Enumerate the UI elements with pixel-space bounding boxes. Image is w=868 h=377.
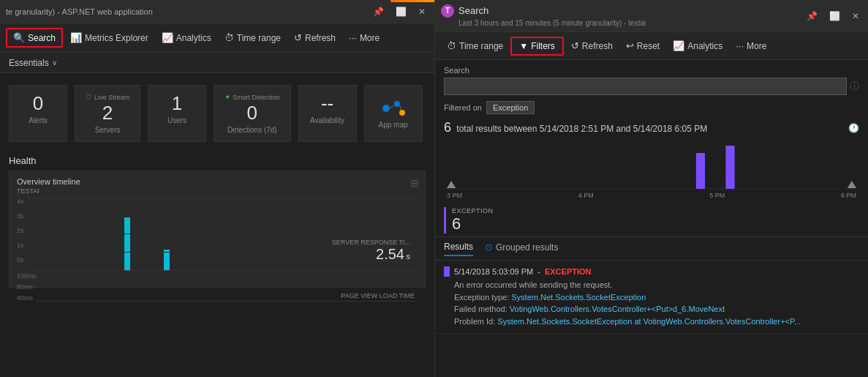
right-more-label: More bbox=[747, 41, 766, 51]
gridline-4 bbox=[27, 198, 418, 198]
filter-icon: ▼ bbox=[519, 41, 528, 51]
svg-point-0 bbox=[382, 105, 390, 112]
chart-subtitle: TESTAI bbox=[17, 187, 418, 195]
alerts-label: Alerts bbox=[20, 116, 56, 124]
left-timerange-icon: ⏱ bbox=[224, 32, 234, 43]
tab-results-label: Results bbox=[444, 242, 473, 252]
svg-point-1 bbox=[394, 101, 400, 107]
right-toolbar: ⏱ Time range ▼ Filters ↺ Refresh ↩ Reset… bbox=[435, 32, 868, 60]
availability-card: -- Availability bbox=[298, 85, 357, 142]
search-input-row: ⓘ bbox=[444, 78, 859, 95]
left-more-button[interactable]: ··· More bbox=[343, 29, 385, 46]
svg-rect-10 bbox=[725, 146, 734, 189]
essentials-chevron[interactable]: ∨ bbox=[52, 59, 57, 67]
results-summary-text: total results between 5/14/2018 2:51 PM … bbox=[456, 124, 707, 134]
log-line-4: Problem Id: System.Net.Sockets.SocketExc… bbox=[454, 316, 859, 328]
y-label-0s: 0s bbox=[17, 256, 24, 264]
right-refresh-button[interactable]: ↺ Refresh bbox=[565, 37, 619, 54]
y2-label-100: 100ms bbox=[17, 272, 36, 280]
results-tabs: Results ⊙ Grouped results bbox=[435, 237, 868, 261]
svg-marker-12 bbox=[848, 181, 856, 188]
search-input[interactable] bbox=[444, 78, 847, 95]
reset-button[interactable]: ↩ Reset bbox=[620, 37, 665, 54]
search-info-icon[interactable]: ⓘ bbox=[850, 80, 859, 93]
server-response-value-row: 2.54 s bbox=[332, 246, 410, 263]
servers-card: ♡ Live Stream 2 Servers bbox=[75, 85, 140, 142]
log-line-4-value: System.Net.Sockets.SocketException at Vo… bbox=[497, 317, 801, 326]
left-refresh-button[interactable]: ↺ Refresh bbox=[288, 29, 341, 46]
metrics-explorer-button[interactable]: 📊 Metrics Explorer bbox=[64, 29, 154, 46]
metrics-label: Metrics Explorer bbox=[85, 33, 148, 43]
svg-rect-9 bbox=[696, 153, 705, 189]
appmap-label: App map bbox=[379, 121, 408, 129]
right-panel-subtitle: Last 3 hours and 15 minutes (5 minute gr… bbox=[458, 19, 646, 27]
reset-icon: ↩ bbox=[626, 40, 634, 51]
detections-value: 0 bbox=[224, 102, 280, 124]
right-analytics-button[interactable]: 📈 Analytics bbox=[667, 37, 728, 54]
page-view-label: PAGE VIEW LOAD TIME bbox=[341, 292, 415, 299]
left-analytics-icon: 📈 bbox=[162, 32, 173, 43]
users-card: 1 Users bbox=[148, 85, 206, 142]
page-view-chart: PAGE VIEW LOAD TIME bbox=[36, 272, 418, 302]
chart-bars: SERVER RESPONSE TI... 2.54 s bbox=[27, 198, 418, 271]
servers-label: Servers bbox=[86, 126, 129, 134]
left-title-subtitle: te granularity) - ASP.NET web applicatio… bbox=[6, 7, 153, 16]
right-icon-letter: T bbox=[445, 7, 450, 15]
log-exception-type: EXCEPTION bbox=[545, 267, 592, 276]
left-refresh-label: Refresh bbox=[305, 33, 336, 43]
servers-header-label: Live Stream bbox=[94, 94, 129, 101]
essentials-label: Essentials bbox=[9, 58, 49, 68]
left-close-button[interactable]: ✕ bbox=[415, 5, 429, 18]
log-line-4-prefix: Problem Id: bbox=[454, 317, 497, 326]
right-maximize-button[interactable]: ⬜ bbox=[826, 10, 843, 23]
overview-chart: Overview timeline TESTAI ⊞ 4s 3s 2s 1s 0… bbox=[9, 171, 426, 288]
left-maximize-button[interactable]: ⬜ bbox=[393, 5, 410, 18]
results-count: 6 bbox=[444, 120, 451, 135]
left-pin-button[interactable]: 📌 bbox=[370, 5, 387, 18]
chart-y-axis: 4s 3s 2s 1s 0s bbox=[17, 198, 24, 264]
log-header: 5/14/2018 5:03:09 PM - EXCEPTION bbox=[444, 266, 859, 277]
left-analytics-label: Analytics bbox=[176, 33, 211, 43]
health-section: Health Overview timeline TESTAI ⊞ 4s 3s … bbox=[0, 149, 434, 377]
right-timerange-button[interactable]: ⏱ Time range bbox=[441, 37, 509, 54]
chart-title: Overview timeline bbox=[17, 177, 418, 186]
left-panel: te granularity) - ASP.NET web applicatio… bbox=[0, 0, 435, 377]
gridline-2 bbox=[27, 234, 418, 234]
exception-block: EXCEPTION 6 bbox=[444, 207, 859, 234]
right-panel: T Search Last 3 hours and 15 minutes (5 … bbox=[435, 0, 868, 377]
y-label-1s: 1s bbox=[17, 242, 24, 249]
appmap-card[interactable]: App map bbox=[364, 85, 423, 142]
filters-button[interactable]: ▼ Filters bbox=[510, 37, 564, 56]
detections-label: Detections (7d) bbox=[224, 126, 280, 134]
tab-grouped-label: Grouped results bbox=[496, 242, 558, 253]
x-label-6pm: 6 PM bbox=[841, 192, 856, 199]
smart-detect-label: Smart Detection bbox=[233, 94, 280, 101]
metrics-icon: 📊 bbox=[70, 32, 82, 43]
right-close-button[interactable]: ✕ bbox=[849, 10, 862, 23]
right-title-row: T Search bbox=[441, 4, 488, 18]
users-value: 1 bbox=[159, 93, 195, 114]
tab-grouped[interactable]: ⊙ Grouped results bbox=[485, 242, 558, 255]
log-line-2-value: System.Net.Sockets.SocketException bbox=[511, 293, 646, 302]
log-entry-1[interactable]: 5/14/2018 5:03:09 PM - EXCEPTION An erro… bbox=[435, 261, 868, 334]
x-label-5pm: 5 PM bbox=[709, 192, 725, 199]
left-timerange-button[interactable]: ⏱ Time range bbox=[219, 29, 287, 46]
search-button[interactable]: 🔍 Search bbox=[6, 28, 63, 48]
left-analytics-button[interactable]: 📈 Analytics bbox=[156, 29, 217, 46]
chart-history-icon[interactable]: 🕐 bbox=[848, 123, 859, 133]
svg-point-2 bbox=[399, 110, 405, 116]
right-pin-button[interactable]: 📌 bbox=[804, 10, 820, 23]
gridline-3 bbox=[27, 215, 418, 216]
livestream-icon: ♡ bbox=[86, 93, 92, 101]
exception-filter-tag[interactable]: Exception bbox=[486, 101, 535, 114]
right-title-controls: 📌 ⬜ ✕ bbox=[804, 10, 862, 23]
tab-results[interactable]: Results bbox=[444, 242, 473, 256]
chart-x-labels: 3 PM 4 PM 5 PM 6 PM bbox=[444, 192, 859, 199]
search-field-label: Search bbox=[444, 66, 859, 75]
chart-grid-button[interactable]: ⊞ bbox=[410, 177, 419, 189]
right-more-button[interactable]: ··· More bbox=[730, 37, 772, 54]
search-area: Search ⓘ bbox=[435, 60, 868, 98]
search-icon: 🔍 bbox=[13, 32, 25, 43]
orange-bar bbox=[390, 0, 434, 2]
left-title-controls: 📌 ⬜ ✕ bbox=[370, 5, 429, 18]
